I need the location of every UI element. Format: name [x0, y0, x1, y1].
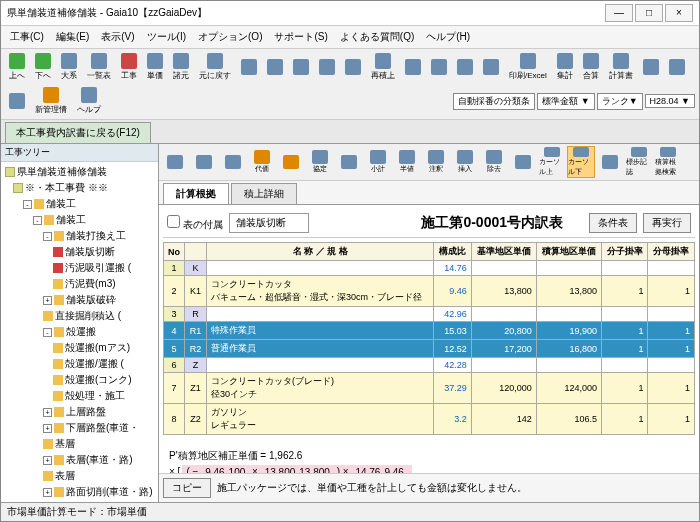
condition-table-button[interactable]: 条件表 [589, 213, 637, 233]
toolbar-button[interactable]: 一覧表 [83, 51, 115, 83]
rank-select[interactable]: ランク▼ [597, 93, 643, 110]
folder-icon [53, 359, 63, 369]
price-type-select[interactable]: 標準金額 ▼ [537, 93, 594, 110]
toolbar-button[interactable] [237, 51, 261, 83]
folder-icon [43, 311, 53, 321]
toolbar-button[interactable]: 大系 [57, 51, 81, 83]
table-row[interactable]: 7Z1コンクリートカッタ(ブレード)径30インチ37.29120,000124,… [164, 373, 695, 404]
date-select[interactable]: H28.04 ▼ [645, 94, 695, 108]
toolbar-button[interactable] [427, 51, 451, 83]
menu-item[interactable]: ヘルプ(H) [421, 28, 475, 46]
tree-node[interactable]: +舗装版破砕 [3, 292, 156, 308]
toolbar-button[interactable]: 元に戻す [195, 51, 235, 83]
tree-node[interactable]: 汚泥吸引運搬 ( [3, 260, 156, 276]
table-row[interactable]: 2K1コンクリートカッタバキューム・超低騒音・湿式・深30cm・ブレード径9.4… [164, 276, 695, 307]
rerun-button[interactable]: 再実行 [643, 213, 691, 233]
table-row[interactable]: 1K14.76 [164, 261, 695, 276]
menu-item[interactable]: よくある質問(Q) [335, 28, 419, 46]
action-button[interactable]: カーソル上 [538, 146, 566, 178]
action-button[interactable] [335, 146, 363, 178]
toolbar-button[interactable]: 単価 [143, 51, 167, 83]
attachment-checkbox[interactable]: 表の付属 [167, 215, 223, 232]
tree-node[interactable]: 表層 [3, 468, 156, 484]
tree-node[interactable]: -殻運搬 [3, 324, 156, 340]
tree-node[interactable]: -舗装工 [3, 212, 156, 228]
toolbar-button[interactable] [315, 51, 339, 83]
action-button[interactable] [190, 146, 218, 178]
toolbar-button[interactable] [453, 51, 477, 83]
table-row[interactable]: 8Z2ガソリンレギュラー3.2142106.511 [164, 404, 695, 435]
sub-tab[interactable]: 積上詳細 [231, 183, 297, 204]
toolbar-button[interactable]: 諸元 [169, 51, 193, 83]
menu-item[interactable]: サポート(S) [269, 28, 332, 46]
action-button[interactable]: 小計 [364, 146, 392, 178]
table-row[interactable]: 3R42.96 [164, 307, 695, 322]
tree-node[interactable]: -舗装打換え工 [3, 228, 156, 244]
toolbar-button[interactable]: 工事 [117, 51, 141, 83]
action-button[interactable] [509, 146, 537, 178]
maximize-button[interactable]: □ [635, 4, 663, 22]
toolbar-button[interactable]: 集計 [553, 51, 577, 83]
action-button[interactable] [596, 146, 624, 178]
toolbar-button[interactable]: 再積上 [367, 51, 399, 83]
action-button[interactable]: カーソル下 [567, 146, 595, 178]
toolbar-button[interactable] [263, 51, 287, 83]
tree-node[interactable]: +下層路盤(車道・ [3, 420, 156, 436]
close-button[interactable]: × [665, 4, 693, 22]
toolbar-button[interactable] [665, 51, 689, 83]
action-button[interactable]: 挿入 [451, 146, 479, 178]
menu-item[interactable]: 編集(E) [51, 28, 94, 46]
action-button[interactable] [161, 146, 189, 178]
item-name-field[interactable]: 舗装版切断 [229, 213, 309, 233]
toolbar-button[interactable]: 計算書 [605, 51, 637, 83]
tree-node[interactable]: 殻運搬(コンク) [3, 372, 156, 388]
tree-node[interactable]: 殻処理・施工 [3, 388, 156, 404]
table-row[interactable]: 5R2普通作業員12.5217,20016,80011 [164, 340, 695, 358]
toolbar-button[interactable]: ヘルプ [73, 85, 105, 117]
action-button[interactable]: 標歩記誌 [625, 146, 653, 178]
auto-number-option[interactable]: 自動採番の分類条 [453, 93, 535, 110]
action-button[interactable]: 協定 [306, 146, 334, 178]
toolbar-button[interactable] [479, 51, 503, 83]
menu-item[interactable]: オプション(O) [193, 28, 267, 46]
tree-node[interactable]: 県単舗装道補修舗装 [3, 164, 156, 180]
toolbar-button[interactable]: 合算 [579, 51, 603, 83]
tree-node[interactable]: 殻運搬/運搬 ( [3, 356, 156, 372]
toolbar-button[interactable]: 上へ [5, 51, 29, 83]
tree-node[interactable]: 殻運搬(mアス) [3, 340, 156, 356]
menu-item[interactable]: ツール(I) [142, 28, 191, 46]
menu-item[interactable]: 表示(V) [96, 28, 139, 46]
toolbar-button[interactable]: 下へ [31, 51, 55, 83]
toolbar-button[interactable] [289, 51, 313, 83]
formula-block: P'積算地区補正単価 = 1,962.6 × [ ( − 9.46100 × 1… [163, 443, 695, 473]
toolbar-button[interactable] [639, 51, 663, 83]
toolbar-button[interactable] [401, 51, 425, 83]
tree-node[interactable]: 基層 [3, 436, 156, 452]
toolbar-button[interactable] [341, 51, 365, 83]
table-row[interactable]: 4R1特殊作業員15.0320,80019,90011 [164, 322, 695, 340]
action-button[interactable]: 除去 [480, 146, 508, 178]
table-row[interactable]: 6Z42.28 [164, 358, 695, 373]
tree-node[interactable]: +路面切削(車道・路) [3, 484, 156, 500]
tree-node[interactable]: 汚泥費(m3) [3, 276, 156, 292]
action-button[interactable] [277, 146, 305, 178]
toolbar-button[interactable] [5, 85, 29, 117]
tree-node[interactable]: -舗装工 [3, 196, 156, 212]
tree-node[interactable]: 舗装版切断 [3, 244, 156, 260]
toolbar-button[interactable]: 印刷/Excel [505, 51, 551, 83]
tree-node[interactable]: ※・本工事費 ※※ [3, 180, 156, 196]
toolbar-button[interactable]: 新管理情 [31, 85, 71, 117]
tree-node[interactable]: 直接掘削積込 ( [3, 308, 156, 324]
tree-node[interactable]: +表層(車道・路) [3, 452, 156, 468]
action-button[interactable]: 注釈 [422, 146, 450, 178]
copy-button[interactable]: コピー [163, 478, 211, 498]
action-button[interactable]: 代価 [248, 146, 276, 178]
main-tab[interactable]: 本工事費内訳書に戻る(F12) [5, 122, 151, 143]
action-button[interactable]: 半値 [393, 146, 421, 178]
minimize-button[interactable]: — [605, 4, 633, 22]
tree-node[interactable]: +上層路盤 [3, 404, 156, 420]
sub-tab[interactable]: 計算根拠 [163, 183, 229, 204]
action-button[interactable] [219, 146, 247, 178]
menu-item[interactable]: 工事(C) [5, 28, 49, 46]
action-button[interactable]: 積算根拠検索 [654, 146, 682, 178]
